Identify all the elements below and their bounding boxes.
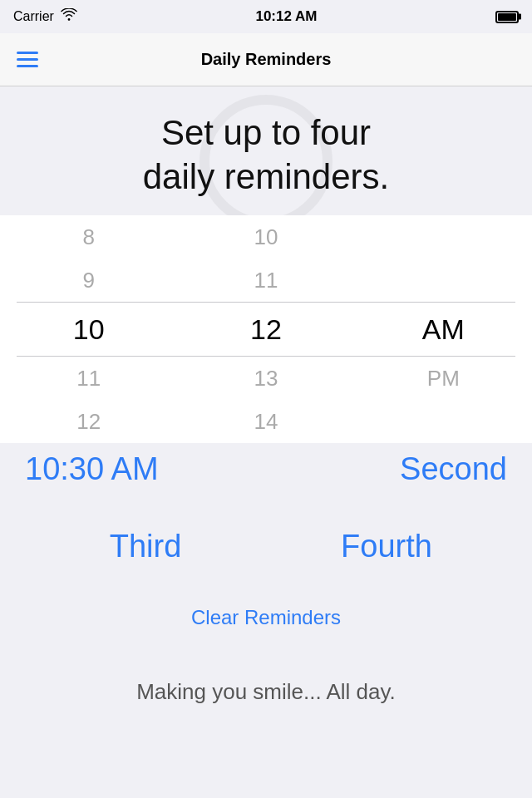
ampm-pm: PM: [363, 357, 524, 400]
hamburger-line-2: [17, 58, 38, 61]
status-time: 10:12 AM: [255, 8, 317, 25]
headline-section: Set up to four daily reminders.: [0, 86, 532, 215]
minute-col-above: 10 11: [177, 215, 354, 302]
third-reminder-button[interactable]: Third: [25, 512, 266, 581]
minute-item-11: 11: [185, 259, 346, 302]
hour-selected: 10: [8, 303, 169, 356]
minute-selected: 12: [185, 303, 346, 356]
picker-below: 11 12 13 14 PM: [0, 357, 532, 443]
hour-item-9: 9: [8, 259, 169, 302]
minute-item-10: 10: [185, 215, 346, 259]
picker-above: 8 9 10 11: [0, 215, 532, 302]
hamburger-line-1: [17, 52, 38, 54]
hour-item-8: 8: [8, 215, 169, 259]
hour-col-above: 8 9: [0, 215, 177, 302]
time-picker[interactable]: 8 9 10 11 10 12 AM: [0, 215, 532, 443]
status-bar: Carrier 10:12 AM: [0, 0, 532, 33]
headline-line1: Set up to four: [161, 113, 371, 152]
headline-text: Set up to four daily reminders.: [50, 111, 482, 199]
battery-icon: [495, 11, 519, 23]
minute-item-13: 13: [185, 357, 346, 400]
ampm-selected: AM: [363, 303, 524, 356]
minute-item-14: 14: [185, 400, 346, 443]
first-second-row: 10:30 AM Second: [0, 443, 532, 495]
carrier-label: Carrier: [13, 9, 54, 24]
battery-fill: [498, 13, 516, 21]
ampm-col-selected: AM: [355, 303, 532, 356]
picker-selected-row: 10 12 AM: [0, 303, 532, 356]
hamburger-line-3: [17, 65, 38, 67]
main-content: Set up to four daily reminders. 8 9 10 1…: [0, 86, 532, 722]
wifi-icon: [61, 8, 77, 25]
headline-line2: daily reminders.: [143, 157, 389, 196]
footer-text: Making you smile... All day.: [0, 654, 532, 722]
nav-title: Daily Reminders: [201, 50, 332, 69]
ampm-col-above: [355, 215, 532, 302]
status-left: Carrier: [13, 8, 77, 25]
hour-item-11: 11: [8, 357, 169, 400]
clear-reminders-button[interactable]: Clear Reminders: [0, 589, 532, 654]
fourth-reminder-button[interactable]: Fourth: [266, 512, 507, 581]
hour-col-selected: 10: [0, 303, 177, 356]
minute-col-below: 13 14: [177, 357, 354, 443]
status-right: [495, 11, 519, 23]
third-fourth-row: Third Fourth: [0, 495, 532, 589]
nav-bar: Daily Reminders: [0, 33, 532, 86]
hour-item-12: 12: [8, 400, 169, 443]
second-reminder-button[interactable]: Second: [400, 451, 507, 487]
ampm-col-below: PM: [355, 357, 532, 443]
minute-col-selected: 12: [177, 303, 354, 356]
hour-col-below: 11 12: [0, 357, 177, 443]
first-reminder-time[interactable]: 10:30 AM: [25, 451, 159, 487]
menu-button[interactable]: [17, 52, 38, 67]
